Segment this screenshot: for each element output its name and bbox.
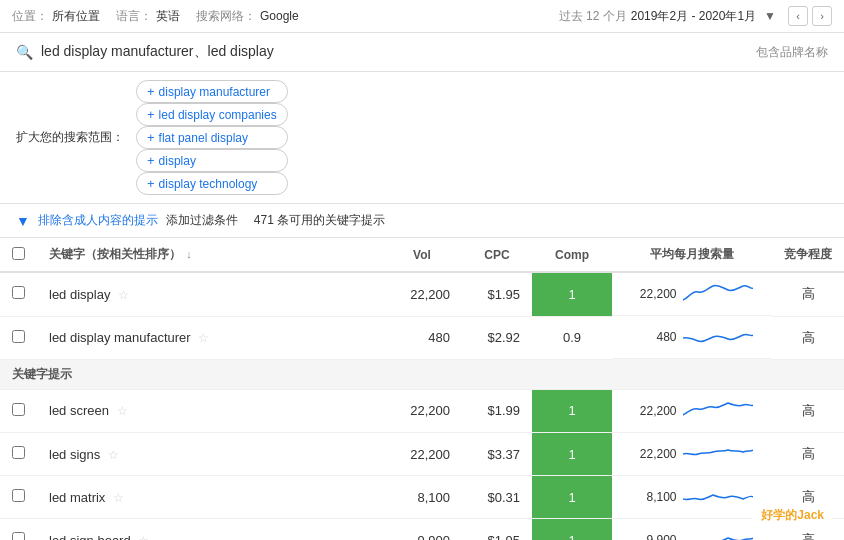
filter-count: 471 条可用的关键字提示 bbox=[254, 212, 385, 229]
row-checkbox[interactable] bbox=[12, 446, 25, 459]
chip-item[interactable]: +display technology bbox=[136, 172, 288, 195]
language-value: 英语 bbox=[156, 8, 180, 25]
keyword-text: led screen bbox=[49, 403, 109, 418]
star-icon[interactable]: ☆ bbox=[118, 288, 129, 302]
header-keyword-label: 关键字（按相关性排序） bbox=[49, 247, 181, 261]
row-vol: 22,200 bbox=[382, 272, 462, 316]
location-item: 位置： 所有位置 bbox=[12, 8, 100, 25]
keyword-text: led sign board bbox=[49, 533, 131, 541]
row-vol: 22,200 bbox=[382, 433, 462, 476]
star-icon[interactable]: ☆ bbox=[108, 448, 119, 462]
row-comp: 1 bbox=[532, 272, 612, 316]
select-all-checkbox[interactable] bbox=[12, 247, 25, 260]
plus-icon: + bbox=[147, 130, 155, 145]
table-header: 关键字（按相关性排序） ↓ Vol CPC Comp 平均每月搜索量 竞争程度 bbox=[0, 238, 844, 272]
header-vol[interactable]: Vol bbox=[382, 238, 462, 272]
dropdown-icon[interactable]: ▼ bbox=[764, 9, 776, 23]
row-trend: 8,100 bbox=[612, 476, 772, 519]
row-comp: 1 bbox=[532, 476, 612, 519]
row-cpc: $3.37 bbox=[462, 433, 532, 476]
trend-vol-value: 22,200 bbox=[632, 287, 677, 301]
header-keyword[interactable]: 关键字（按相关性排序） ↓ bbox=[37, 238, 382, 272]
table-row: led display manufacturer ☆ 480 $2.92 0.9… bbox=[0, 316, 844, 359]
network-label: 搜索网络： bbox=[196, 8, 256, 25]
table-body: led display ☆ 22,200 $1.95 1 22,200 高 le… bbox=[0, 272, 844, 540]
row-vol: 9,900 bbox=[382, 519, 462, 541]
row-keyword: led sign board ☆ bbox=[37, 519, 382, 541]
header-competition-label: 竞争程度 bbox=[784, 247, 832, 261]
row-checkbox[interactable] bbox=[12, 330, 25, 343]
row-trend: 22,200 bbox=[612, 390, 772, 433]
add-filter-link[interactable]: 添加过滤条件 bbox=[166, 212, 238, 229]
row-checkbox[interactable] bbox=[12, 489, 25, 502]
header-comp[interactable]: Comp bbox=[532, 238, 612, 272]
chip-label: led display companies bbox=[159, 108, 277, 122]
row-checkbox[interactable] bbox=[12, 403, 25, 416]
row-checkbox[interactable] bbox=[12, 286, 25, 299]
location-label: 位置： bbox=[12, 8, 48, 25]
row-checkbox-cell[interactable] bbox=[0, 476, 37, 519]
row-trend: 480 bbox=[612, 316, 772, 359]
row-checkbox[interactable] bbox=[12, 532, 25, 540]
keyword-text: led display bbox=[49, 287, 110, 302]
row-checkbox-cell[interactable] bbox=[0, 433, 37, 476]
row-keyword: led display manufacturer ☆ bbox=[37, 316, 382, 359]
header-checkbox[interactable] bbox=[0, 238, 37, 272]
chip-item[interactable]: +display manufacturer bbox=[136, 80, 288, 103]
row-keyword: led display ☆ bbox=[37, 272, 382, 316]
sort-icon[interactable]: ↓ bbox=[186, 248, 192, 260]
row-checkbox-cell[interactable] bbox=[0, 389, 37, 433]
row-comp: 1 bbox=[532, 389, 612, 433]
exclude-content-link[interactable]: 排除含成人内容的提示 bbox=[38, 212, 158, 229]
trend-vol-value: 480 bbox=[632, 330, 677, 344]
plus-icon: + bbox=[147, 84, 155, 99]
row-competition: 高 bbox=[772, 316, 844, 359]
row-comp: 0.9 bbox=[532, 316, 612, 359]
keyword-text: led signs bbox=[49, 447, 100, 462]
table-row: led sign board ☆ 9,900 $1.95 1 9,900 高 bbox=[0, 519, 844, 541]
row-keyword: led signs ☆ bbox=[37, 433, 382, 476]
header-vol-label: Vol bbox=[413, 248, 431, 262]
plus-icon: + bbox=[147, 176, 155, 191]
date-range-section[interactable]: 过去 12 个月 2019年2月 - 2020年1月 ▼ ‹ › bbox=[559, 6, 832, 26]
period-label: 过去 12 个月 bbox=[559, 8, 627, 25]
trend-vol-value: 9,900 bbox=[632, 533, 677, 541]
row-vol: 480 bbox=[382, 316, 462, 359]
prev-arrow[interactable]: ‹ bbox=[788, 6, 808, 26]
chip-label: display manufacturer bbox=[159, 85, 270, 99]
chip-item[interactable]: +led display companies bbox=[136, 103, 288, 126]
row-cpc: $1.95 bbox=[462, 272, 532, 316]
header-cpc[interactable]: CPC bbox=[462, 238, 532, 272]
next-arrow[interactable]: › bbox=[812, 6, 832, 26]
chip-label: display bbox=[159, 154, 196, 168]
table-row: led signs ☆ 22,200 $3.37 1 22,200 高 bbox=[0, 433, 844, 476]
row-trend: 9,900 bbox=[612, 519, 772, 541]
chip-item[interactable]: +display bbox=[136, 149, 288, 172]
row-cpc: $1.95 bbox=[462, 519, 532, 541]
network-item: 搜索网络： Google bbox=[196, 8, 299, 25]
row-checkbox-cell[interactable] bbox=[0, 272, 37, 316]
star-icon[interactable]: ☆ bbox=[138, 534, 149, 541]
row-checkbox-cell[interactable] bbox=[0, 316, 37, 359]
watermark: 好学的Jack bbox=[753, 503, 832, 528]
row-keyword: led screen ☆ bbox=[37, 389, 382, 433]
table-row: led screen ☆ 22,200 $1.99 1 22,200 高 bbox=[0, 389, 844, 433]
chips-label: 扩大您的搜索范围： bbox=[16, 129, 124, 146]
section-header-cell: 关键字提示 bbox=[0, 359, 844, 389]
table-row: led matrix ☆ 8,100 $0.31 1 8,100 高 bbox=[0, 476, 844, 519]
chips-bar: 扩大您的搜索范围： +display manufacturer+led disp… bbox=[0, 72, 844, 204]
filter-icon: ▼ bbox=[16, 213, 30, 229]
star-icon[interactable]: ☆ bbox=[113, 491, 124, 505]
keyword-table-wrap: 关键字（按相关性排序） ↓ Vol CPC Comp 平均每月搜索量 竞争程度 bbox=[0, 238, 844, 540]
date-range-value: 2019年2月 - 2020年1月 bbox=[631, 8, 756, 25]
trend-vol-value: 22,200 bbox=[632, 447, 677, 461]
chip-item[interactable]: +flat panel display bbox=[136, 126, 288, 149]
row-trend: 22,200 bbox=[612, 433, 772, 476]
header-competition: 竞争程度 bbox=[772, 238, 844, 272]
row-trend: 22,200 bbox=[612, 273, 772, 316]
star-icon[interactable]: ☆ bbox=[117, 404, 128, 418]
row-cpc: $0.31 bbox=[462, 476, 532, 519]
star-icon[interactable]: ☆ bbox=[198, 331, 209, 345]
search-query[interactable]: led display manufacturer、led display bbox=[41, 43, 748, 61]
row-checkbox-cell[interactable] bbox=[0, 519, 37, 541]
